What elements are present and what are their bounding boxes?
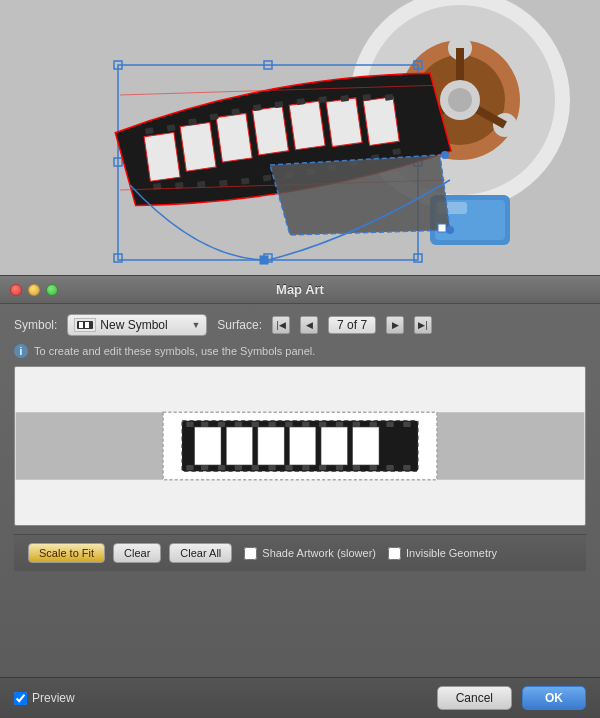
- surface-next-button[interactable]: ▶: [386, 316, 404, 334]
- ok-button[interactable]: OK: [522, 686, 586, 710]
- svg-rect-36: [231, 108, 240, 115]
- minimize-button[interactable]: [28, 284, 40, 296]
- shade-artwork-checkbox[interactable]: [244, 547, 257, 560]
- svg-rect-76: [201, 422, 208, 427]
- svg-rect-48: [241, 178, 250, 185]
- svg-rect-87: [386, 422, 393, 427]
- svg-rect-80: [268, 422, 275, 427]
- svg-rect-26: [180, 122, 216, 171]
- svg-rect-84: [336, 422, 343, 427]
- surface-first-button[interactable]: |◀: [272, 316, 290, 334]
- svg-rect-82: [302, 422, 309, 427]
- svg-rect-89: [186, 465, 193, 470]
- svg-rect-100: [370, 465, 377, 470]
- dialog-footer: Preview Cancel OK: [0, 677, 600, 718]
- svg-rect-31: [363, 97, 399, 146]
- svg-rect-79: [252, 422, 259, 427]
- surface-label: Surface:: [217, 318, 262, 332]
- info-text: To create and edit these symbols, use th…: [34, 345, 315, 357]
- clear-all-button[interactable]: Clear All: [169, 543, 232, 563]
- svg-rect-83: [319, 422, 326, 427]
- cancel-button[interactable]: Cancel: [437, 686, 512, 710]
- svg-rect-85: [353, 422, 360, 427]
- svg-rect-46: [197, 181, 206, 188]
- svg-point-59: [446, 226, 454, 234]
- svg-rect-38: [275, 101, 284, 108]
- svg-rect-35: [210, 113, 219, 120]
- svg-rect-37: [253, 104, 262, 111]
- svg-rect-41: [340, 95, 349, 102]
- clear-button[interactable]: Clear: [113, 543, 161, 563]
- info-row: i To create and edit these symbols, use …: [14, 344, 586, 358]
- preview-label: Preview: [32, 691, 75, 705]
- preview-checkbox[interactable]: [14, 692, 27, 705]
- svg-rect-39: [296, 98, 305, 105]
- shade-artwork-group: Shade Artwork (slower): [244, 547, 376, 560]
- invisible-geometry-checkbox[interactable]: [388, 547, 401, 560]
- svg-rect-99: [353, 465, 360, 470]
- header-row: Symbol: New Symbol ▼ Surface: |◀ ◀ 7 of …: [14, 314, 586, 336]
- svg-point-58: [441, 151, 449, 159]
- svg-rect-63: [79, 322, 83, 328]
- svg-rect-91: [218, 465, 225, 470]
- svg-point-12: [448, 88, 472, 112]
- svg-rect-90: [201, 465, 208, 470]
- svg-rect-40: [318, 96, 327, 103]
- symbol-dropdown[interactable]: New Symbol ▼: [67, 314, 207, 336]
- svg-rect-72: [289, 427, 315, 465]
- invisible-geometry-label: Invisible Geometry: [406, 547, 497, 559]
- shade-artwork-label: Shade Artwork (slower): [262, 547, 376, 559]
- svg-rect-92: [235, 465, 242, 470]
- symbol-preview-icon: [74, 318, 96, 332]
- canvas-area: [0, 0, 600, 275]
- svg-rect-69: [195, 427, 221, 465]
- svg-rect-60: [260, 256, 268, 264]
- svg-rect-42: [362, 94, 371, 101]
- svg-rect-102: [403, 465, 410, 470]
- svg-rect-74: [353, 427, 379, 465]
- svg-rect-98: [336, 465, 343, 470]
- dialog: Map Art Symbol: New Symbol ▼ Surf: [0, 275, 600, 718]
- maximize-button[interactable]: [46, 284, 58, 296]
- close-button[interactable]: [10, 284, 22, 296]
- svg-rect-47: [219, 180, 228, 187]
- preview-group: Preview: [14, 691, 75, 705]
- dropdown-arrow-icon: ▼: [191, 320, 200, 330]
- title-bar: Map Art: [0, 276, 600, 304]
- svg-rect-88: [403, 422, 410, 427]
- svg-rect-97: [319, 465, 326, 470]
- svg-rect-66: [437, 412, 584, 479]
- symbol-label: Symbol:: [14, 318, 57, 332]
- window-controls: [10, 284, 58, 296]
- info-icon: i: [14, 344, 28, 358]
- svg-rect-33: [167, 124, 176, 131]
- svg-rect-93: [252, 465, 259, 470]
- svg-rect-81: [285, 422, 292, 427]
- dialog-title: Map Art: [276, 282, 324, 297]
- surface-prev-button[interactable]: ◀: [300, 316, 318, 334]
- svg-rect-95: [285, 465, 292, 470]
- svg-rect-43: [385, 94, 394, 101]
- svg-rect-64: [85, 322, 89, 328]
- scale-to-fit-button[interactable]: Scale to Fit: [28, 543, 105, 563]
- svg-rect-61: [438, 224, 446, 232]
- svg-rect-49: [263, 174, 272, 181]
- svg-rect-28: [253, 106, 289, 155]
- svg-rect-77: [218, 422, 225, 427]
- bottom-buttons-row: Scale to Fit Clear Clear All Shade Artwo…: [14, 534, 586, 571]
- svg-rect-96: [302, 465, 309, 470]
- svg-rect-94: [268, 465, 275, 470]
- svg-rect-25: [144, 133, 180, 182]
- svg-rect-29: [289, 101, 325, 150]
- svg-rect-30: [326, 98, 362, 147]
- svg-rect-71: [258, 427, 284, 465]
- svg-rect-101: [386, 465, 393, 470]
- surface-last-button[interactable]: ▶|: [414, 316, 432, 334]
- footer-buttons: Cancel OK: [437, 686, 586, 710]
- dialog-content: Symbol: New Symbol ▼ Surface: |◀ ◀ 7 of …: [0, 304, 600, 677]
- svg-rect-65: [16, 412, 163, 479]
- svg-rect-27: [216, 113, 252, 162]
- invisible-geometry-group: Invisible Geometry: [388, 547, 497, 560]
- symbol-name: New Symbol: [100, 318, 187, 332]
- svg-rect-34: [188, 118, 197, 125]
